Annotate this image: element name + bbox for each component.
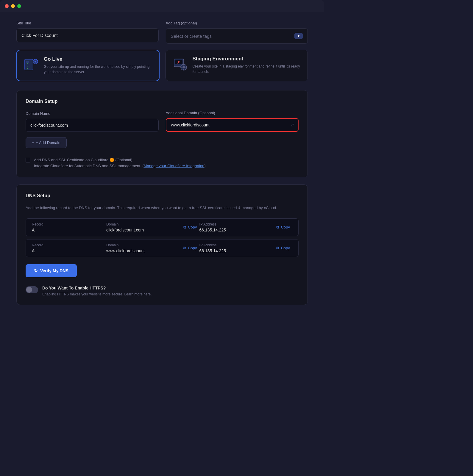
record-value-1: A <box>32 228 106 232</box>
external-link-icon: ⤢ <box>291 122 294 128</box>
cloudflare-label: Add DNS and SSL Certificate on Cloudflar… <box>34 158 132 162</box>
svg-text:✗: ✗ <box>177 60 180 65</box>
plus-icon: + <box>32 140 34 145</box>
cloudflare-checkbox[interactable] <box>26 158 30 162</box>
domain-label-1: Domain <box>106 222 181 226</box>
record-value-2: A <box>32 248 106 253</box>
copy-icon-ip-1: ⧉ <box>276 225 279 230</box>
domain-setup-title: Domain Setup <box>26 99 299 104</box>
dns-ip-col-2: IP Address 66.135.14.225 <box>199 243 274 253</box>
ip-value-2: 66.135.14.225 <box>199 248 274 253</box>
cloudflare-link[interactable]: Manage your Cloudflare Integration <box>144 164 205 168</box>
domain-name-label: Domain Name <box>26 111 159 116</box>
domain-value-2: www.clickfordiscount <box>106 248 181 253</box>
svg-rect-0 <box>25 59 33 70</box>
toggle-knob <box>26 287 32 293</box>
staging-icon: ✗ <box>172 56 188 71</box>
svg-text:✓: ✓ <box>26 62 29 65</box>
maximize-button[interactable] <box>17 4 21 8</box>
svg-text:✓: ✓ <box>26 67 29 70</box>
dns-record-col-2: Record A <box>32 243 106 253</box>
svg-rect-15 <box>185 67 187 68</box>
additional-domain-field: Additional Domain (Optional) www.clickfo… <box>166 111 299 132</box>
copy-icon-1: ⧉ <box>183 225 186 230</box>
https-toggle-row: Do You Want To Enable HTTPS? Enabling HT… <box>26 286 299 296</box>
domain-fields-row: Domain Name clickfordiscount.com Additio… <box>26 111 299 132</box>
add-domain-button[interactable]: + + Add Domain <box>26 137 67 148</box>
dns-record-2: Record A Domain www.clickfordiscount ⧉ C… <box>26 239 299 257</box>
https-toggle-desc: Enabling HTTPS makes your website more s… <box>42 292 152 296</box>
svg-point-11 <box>182 66 185 68</box>
copy-icon-2: ⧉ <box>183 245 186 250</box>
domain-setup-section: Domain Setup Domain Name clickfordiscoun… <box>16 90 308 177</box>
dns-setup-section: DNS Setup Add the following record to th… <box>16 184 308 305</box>
chevron-down-icon: ▼ <box>294 33 303 39</box>
dns-ip-col-1: IP Address 66.135.14.225 <box>199 222 274 232</box>
domain-label-2: Domain <box>106 243 181 247</box>
svg-rect-14 <box>181 67 182 68</box>
site-title-label: Site Title <box>16 21 159 25</box>
dns-record-col-1: Record A <box>32 222 106 232</box>
go-live-icon: ✓ ✓ ✓ <box>24 56 39 72</box>
ip-label-2: IP Address <box>199 243 274 247</box>
dns-description: Add the following record to the DNS for … <box>26 205 299 211</box>
copy-domain-btn-1[interactable]: ⧉ Copy <box>181 223 199 231</box>
add-tag-label: Add Tag (optional) <box>166 21 308 25</box>
ip-label-1: IP Address <box>199 222 274 226</box>
cloudflare-row: Add DNS and SSL Certificate on Cloudflar… <box>26 157 299 169</box>
cloudflare-desc: Integrate Cloudflare for Automatic DNS a… <box>34 164 206 168</box>
dns-domain-col-2: Domain www.clickfordiscount <box>106 243 181 253</box>
additional-domain-input[interactable]: www.clickfordiscount <box>166 118 299 132</box>
copy-ip-btn-1[interactable]: ⧉ Copy <box>274 223 292 231</box>
domain-name-field: Domain Name clickfordiscount.com <box>26 111 159 132</box>
minimize-button[interactable] <box>11 4 15 8</box>
svg-rect-13 <box>183 69 184 70</box>
https-toggle[interactable] <box>26 286 38 293</box>
refresh-icon: ↻ <box>34 268 38 273</box>
record-label-2: Record <box>32 243 106 247</box>
tag-select[interactable]: Select or create tags ▼ <box>166 28 308 44</box>
dns-setup-title: DNS Setup <box>26 193 299 198</box>
dns-domain-col-1: Domain clickfordiscount.com <box>106 222 181 232</box>
copy-icon-ip-2: ⧉ <box>276 245 279 250</box>
go-live-text: Go Live Get your site up and running for… <box>44 56 152 75</box>
dns-record-1: Record A Domain clickfordiscount.com ⧉ C… <box>26 218 299 236</box>
svg-rect-12 <box>183 64 184 65</box>
copy-domain-btn-2[interactable]: ⧉ Copy <box>181 244 199 252</box>
verify-dns-button[interactable]: ↻ Verify My DNS <box>26 264 77 277</box>
go-live-card[interactable]: ✓ ✓ ✓ Go Live Get your site up and runni… <box>16 50 160 81</box>
staging-card[interactable]: ✗ Staging Environment Create your site i… <box>166 50 308 81</box>
https-toggle-label: Do You Want To Enable HTTPS? <box>42 286 152 290</box>
copy-ip-btn-2[interactable]: ⧉ Copy <box>274 244 292 252</box>
titlebar <box>0 0 324 12</box>
svg-point-3 <box>35 61 36 62</box>
main-content: Site Title Click For Discount Add Tag (o… <box>0 12 324 321</box>
additional-domain-label: Additional Domain (Optional) <box>166 111 299 115</box>
environment-cards: ✓ ✓ ✓ Go Live Get your site up and runni… <box>16 50 308 81</box>
staging-text: Staging Environment Create your site in … <box>193 56 301 74</box>
domain-value-1: clickfordiscount.com <box>106 228 181 232</box>
site-title-input[interactable]: Click For Discount <box>16 28 159 42</box>
record-label-1: Record <box>32 222 106 226</box>
domain-name-input[interactable] <box>26 119 159 132</box>
ip-value-1: 66.135.14.225 <box>199 228 274 232</box>
close-button[interactable] <box>5 4 9 8</box>
